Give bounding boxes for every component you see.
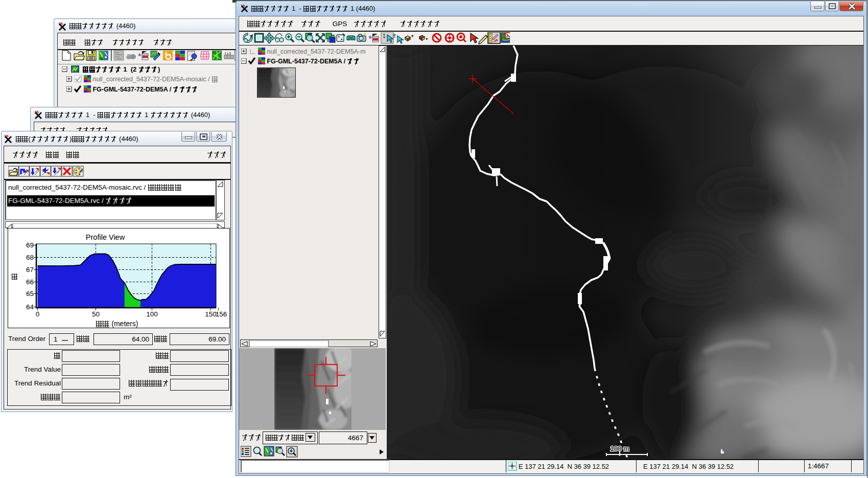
svg-text:1: 1	[383, 33, 386, 39]
svg-text:100: 100	[146, 310, 158, 318]
svg-text:150: 150	[205, 310, 217, 318]
svg-text:68: 68	[26, 254, 34, 261]
svg-text:+: +	[138, 52, 141, 58]
svg-text:0: 0	[36, 310, 40, 318]
svg-text:64: 64	[26, 303, 34, 311]
svg-text:65: 65	[26, 290, 34, 298]
svg-text:Profile View: Profile View	[86, 233, 125, 241]
svg-text:67: 67	[26, 266, 34, 274]
svg-text:69: 69	[26, 241, 34, 249]
svg-text:156: 156	[216, 310, 227, 318]
svg-text:66: 66	[26, 278, 34, 286]
svg-text:±: ±	[393, 32, 396, 38]
svg-text:+: +	[368, 34, 372, 41]
svg-text:50: 50	[92, 310, 100, 318]
